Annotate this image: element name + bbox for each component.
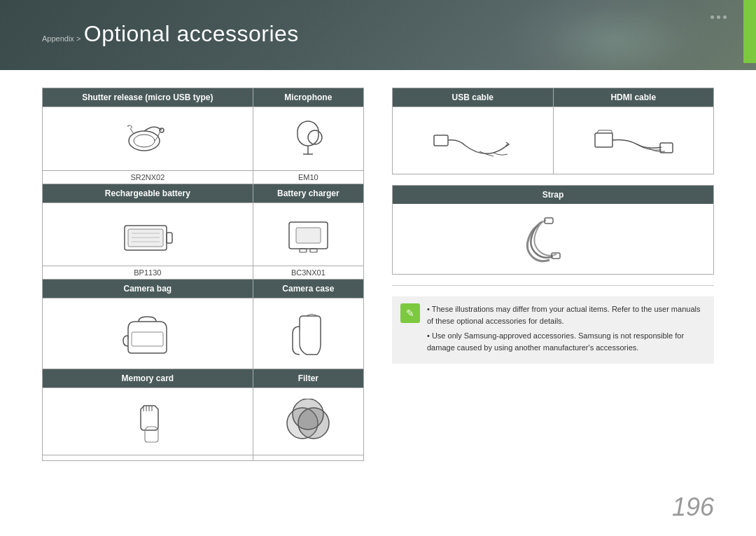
camera-bag-icon (118, 311, 177, 357)
table-row (43, 203, 364, 266)
main-content: Shutter release (micro USB type) Microph… (0, 74, 756, 536)
filter-header: Filter (253, 369, 363, 388)
camera-case-header: Camera case (253, 280, 363, 298)
charger-label: BC3NX01 (253, 266, 363, 280)
filter-image (253, 388, 363, 455)
hdmi-cable-header: HDMI cable (553, 88, 714, 107)
battery-header: Rechargeable battery (43, 184, 253, 203)
strap-icon (518, 214, 588, 267)
usb-cable-image (393, 107, 554, 174)
memory-card-icon (123, 399, 172, 444)
shutter-label: SR2NX02 (43, 171, 253, 184)
table-row (43, 107, 364, 171)
strap-header: Strap (393, 186, 713, 204)
accessories-table: Shutter release (micro USB type) Microph… (42, 88, 364, 461)
strap-section: Strap (392, 185, 714, 275)
hdmi-cable-image (553, 107, 714, 174)
svg-rect-4 (298, 121, 318, 146)
table-row: SR2NX02 EM10 (43, 171, 364, 184)
shutter-release-image (43, 107, 253, 171)
note-text: These illustrations may differ from your… (427, 303, 706, 357)
page-number: 196 (672, 493, 714, 522)
left-panel: Shutter release (micro USB type) Microph… (42, 88, 364, 522)
filter-icon (280, 399, 336, 444)
shutter-release-icon (120, 120, 176, 158)
cables-table: USB cable HDMI cable (392, 88, 714, 174)
memory-card-image (43, 388, 253, 455)
svg-rect-7 (128, 229, 163, 247)
strap-image (393, 204, 713, 274)
memory-card-header: Memory card (43, 369, 253, 388)
microphone-image (253, 107, 363, 171)
table-row (393, 107, 714, 174)
note-line-1: These illustrations may differ from your… (427, 303, 706, 327)
shutter-release-header: Shutter release (micro USB type) (43, 88, 253, 107)
battery-label: BP1130 (43, 266, 253, 280)
camera-case-image (253, 298, 363, 369)
microphone-label: EM10 (253, 171, 363, 184)
battery-icon (118, 215, 177, 254)
svg-rect-13 (296, 228, 321, 243)
table-row: Rechargeable battery Battery charger (43, 184, 364, 203)
right-panel: USB cable HDMI cable (392, 88, 714, 522)
svg-rect-27 (595, 133, 612, 147)
svg-rect-26 (434, 135, 448, 146)
usb-cable-header: USB cable (393, 88, 554, 107)
note-box: These illustrations may differ from your… (392, 296, 714, 364)
charger-header: Battery charger (253, 184, 363, 203)
svg-point-1 (134, 135, 155, 147)
charger-image (253, 203, 363, 266)
note-line-2: Use only Samsung-approved accessories. S… (427, 330, 706, 353)
svg-line-3 (130, 128, 134, 134)
camera-bag-image (43, 298, 253, 369)
page-header: Appendix > Optional accessories (0, 0, 756, 47)
table-row: Camera bag Camera case (43, 280, 364, 298)
table-row (43, 388, 364, 455)
table-row: BP1130 BC3NX01 (43, 266, 364, 280)
microphone-icon (284, 118, 332, 160)
breadcrumb: Appendix > Optional accessories (42, 21, 714, 47)
svg-point-5 (308, 130, 322, 144)
svg-rect-8 (167, 233, 172, 243)
page-title: Optional accessories (84, 21, 299, 46)
table-row: USB cable HDMI cable (393, 88, 714, 107)
table-row: Shutter release (micro USB type) Microph… (43, 88, 364, 107)
camera-case-icon (282, 309, 335, 358)
svg-point-25 (293, 399, 323, 430)
microphone-header: Microphone (253, 88, 363, 107)
table-row (43, 298, 364, 369)
hdmi-cable-icon (592, 118, 676, 163)
note-icon (400, 303, 420, 323)
svg-rect-17 (132, 332, 163, 346)
charger-icon (279, 215, 338, 254)
table-row (43, 455, 364, 461)
usb-cable-icon (430, 118, 514, 163)
battery-image (43, 203, 253, 266)
table-row: Memory card Filter (43, 369, 364, 388)
camera-bag-header: Camera bag (43, 280, 253, 298)
divider (392, 285, 714, 286)
